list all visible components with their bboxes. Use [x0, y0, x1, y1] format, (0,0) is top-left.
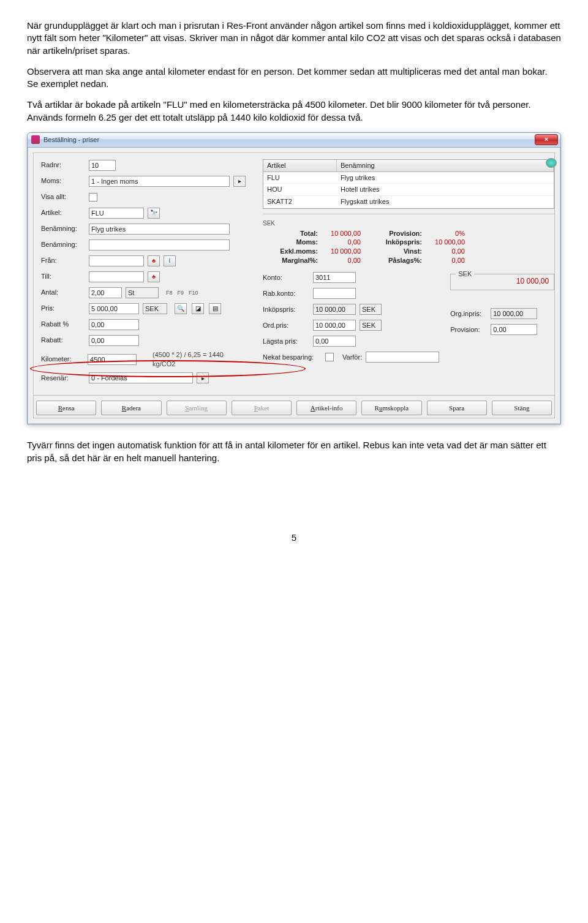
doc-icon[interactable]: ▤	[209, 303, 221, 314]
cell: Hotell utrikes	[337, 184, 554, 195]
co2-formula-text: (4500 * 2) / 6,25 = 1440 kg/CO2	[153, 350, 246, 369]
samling-button: Samling	[167, 401, 227, 415]
table-row[interactable]: FLU Flyg utrikes	[263, 172, 554, 184]
konto-field[interactable]: 3011	[313, 272, 356, 283]
rabatt-label: Rabatt:	[41, 336, 85, 345]
paragraph-2: Observera att man ska ange antal kilomet…	[27, 66, 561, 91]
spara-button[interactable]: Spara	[427, 401, 487, 415]
pris-field[interactable]: 5 000,00	[89, 303, 139, 314]
fran-field[interactable]	[89, 255, 144, 266]
cell: FLU	[263, 172, 337, 184]
pris-label: Pris:	[41, 304, 85, 313]
cell: SKATT2	[263, 196, 337, 208]
moms-field[interactable]: 1 - Ingen moms	[89, 176, 230, 187]
moms-label: Moms:	[41, 176, 85, 186]
inkopspris-field: 10 000,00	[313, 304, 356, 315]
paragraph-1: När grundupplägget är klart och man i pr…	[27, 20, 561, 57]
app-icon	[31, 135, 40, 144]
rabattp-label: Rabatt %	[41, 320, 85, 329]
resenar-label: Resenär:	[41, 374, 85, 383]
nekat-checkbox[interactable]	[325, 353, 334, 361]
ordpris-label: Ord.pris:	[263, 321, 309, 330]
rumskoppla-button[interactable]: Rumskoppla	[361, 401, 421, 415]
page-number: 5	[27, 532, 561, 544]
table-row[interactable]: SKATT2 Flygskatt utrikes	[263, 196, 554, 208]
rabattp-field[interactable]: 0,00	[89, 319, 139, 330]
kilometer-label: Kilometer:	[41, 355, 84, 364]
totals-currency: SEK	[263, 219, 554, 228]
antal-label: Antal:	[41, 288, 85, 297]
sek-box: SEK 10 000,00	[450, 274, 554, 290]
till-picker-icon[interactable]: ♣	[148, 271, 160, 282]
visaallt-checkbox[interactable]	[89, 193, 97, 202]
paragraph-4: Tyvärr finns det ingen automatisk funkti…	[27, 439, 561, 464]
rabatt-field[interactable]: 0,00	[89, 335, 139, 346]
artikel-field[interactable]: FLU	[89, 208, 144, 219]
benamning-label: Benämning:	[41, 224, 85, 233]
totals-block: Total:10 000,00 Moms:0,00 Exkl.moms:10 0…	[263, 229, 554, 265]
varfor-label: Varför:	[342, 353, 362, 362]
benamning-field[interactable]: Flyg utrikes	[89, 224, 230, 235]
rabkonto-label: Rab.konto:	[263, 289, 309, 298]
antal-unit-field: St	[126, 287, 159, 298]
artikelinfo-button[interactable]: Artikel-info	[296, 401, 356, 415]
help-icon[interactable]	[546, 158, 557, 168]
nekat-label: Nekat besparing:	[263, 353, 322, 362]
benamning2-label: Benämning:	[41, 240, 85, 249]
radnr-label: Radnr:	[41, 160, 85, 170]
till-field[interactable]	[89, 271, 144, 282]
col-artikel[interactable]: Artikel	[263, 160, 337, 171]
radnr-field[interactable]: 10	[89, 160, 116, 171]
provision2-label: Provision:	[450, 325, 487, 334]
visaallt-label: Visa allt:	[41, 192, 85, 202]
inkopspris-label: Inköpspris:	[263, 305, 309, 314]
left-form-column: Radnr: 10 Moms: 1 - Ingen moms ▸ Visa al…	[41, 159, 246, 388]
article-table[interactable]: Artikel Benämning FLU Flyg utrikes HOU H…	[263, 159, 554, 209]
ordpris-field[interactable]: 10 000,00	[313, 320, 356, 331]
benamning2-field[interactable]	[89, 239, 230, 251]
search-icon[interactable]: 🔭	[148, 208, 160, 219]
zoom-icon[interactable]: 🔍	[175, 303, 187, 314]
right-column: Artikel Benämning FLU Flyg utrikes HOU H…	[263, 159, 554, 388]
orginpris-label: Org.inpris:	[450, 309, 487, 318]
dropdown-icon[interactable]: ▸	[233, 176, 246, 187]
kilometer-field[interactable]: 4500	[88, 354, 137, 365]
paragraph-3: Två artiklar är bokade på artikeln "FLU"…	[27, 99, 561, 124]
stang-button[interactable]: Stäng	[492, 401, 552, 415]
rabkonto-field[interactable]	[313, 288, 356, 299]
cell: Flygskatt utrikes	[337, 196, 554, 208]
cell: Flyg utrikes	[337, 172, 554, 184]
fran-label: Från:	[41, 256, 85, 265]
f-key-hints: F8F9F10	[166, 289, 198, 296]
window-title: Beställning - priser	[43, 135, 99, 145]
titlebar[interactable]: Beställning - priser ×	[28, 133, 560, 148]
artikel-label: Artikel:	[41, 208, 85, 217]
table-row[interactable]: HOU Hotell utrikes	[263, 184, 554, 196]
lagstapris-label: Lägsta pris:	[263, 337, 309, 346]
rensa-button[interactable]: Rensa	[36, 401, 96, 415]
inkopspris-cur: SEK	[360, 304, 382, 315]
resenar-dropdown-icon[interactable]: ▸	[197, 372, 209, 383]
sek-legend: SEK	[456, 269, 474, 279]
cell: HOU	[263, 184, 337, 195]
info-icon[interactable]: i	[164, 255, 176, 266]
resenar-field[interactable]: 0 - Fördelas	[89, 372, 193, 383]
till-label: Till:	[41, 272, 85, 281]
ordpris-cur: SEK	[360, 320, 382, 331]
tag-icon[interactable]: ◪	[192, 303, 204, 314]
col-benamning[interactable]: Benämning	[337, 160, 554, 171]
radera-button[interactable]: Radera	[101, 401, 161, 415]
paket-button: Paket	[232, 401, 292, 415]
provision2-field[interactable]: 0,00	[491, 324, 537, 335]
antal-field[interactable]: 2,00	[89, 287, 122, 298]
close-button[interactable]: ×	[535, 134, 558, 145]
pris-cur-field: SEK	[143, 303, 167, 314]
lagstapris-field[interactable]: 0,00	[313, 336, 356, 347]
dialog-window: Beställning - priser × Radnr: 10 Moms: 1…	[27, 132, 561, 425]
button-bar: Rensa Radera Samling Paket Artikel-info …	[33, 396, 555, 418]
orginpris-field: 10 000,00	[491, 308, 537, 319]
varfor-field[interactable]	[366, 352, 439, 363]
konto-label: Konto:	[263, 273, 309, 282]
fran-picker-icon[interactable]: ♣	[148, 255, 160, 266]
